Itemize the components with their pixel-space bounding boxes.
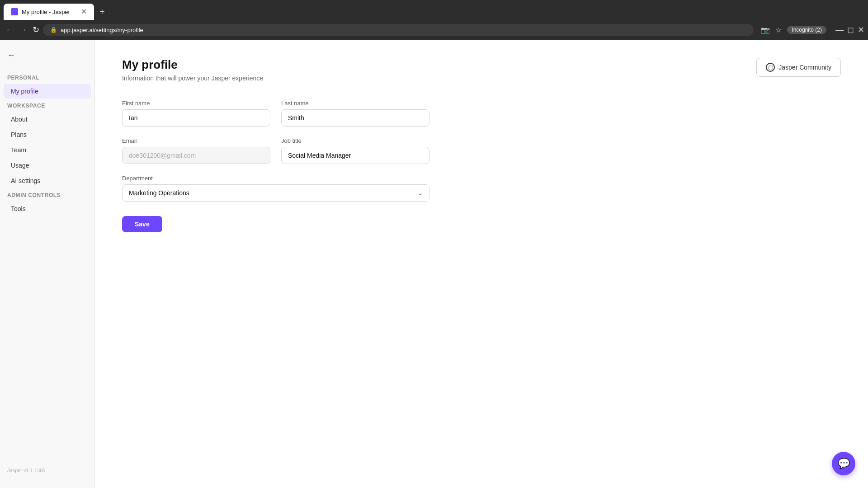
sidebar-item-usage[interactable]: Usage — [4, 158, 91, 173]
sidebar-item-tools[interactable]: Tools — [4, 202, 91, 216]
last-name-label: Last name — [281, 100, 429, 107]
address-bar[interactable]: 🔒 app.jasper.ai/settings/my-profile — [43, 24, 754, 36]
sidebar-item-ai-settings[interactable]: AI settings — [4, 174, 91, 188]
bookmark-icon[interactable]: ☆ — [775, 26, 782, 34]
page-subtitle: Information that will power your Jasper … — [122, 75, 265, 82]
incognito-badge[interactable]: Incognito (2) — [787, 26, 826, 34]
camera-icon[interactable]: 📷 — [761, 26, 770, 34]
window-controls: — ◻ ✕ — [835, 25, 864, 35]
sidebar-item-ai-settings-label: AI settings — [11, 177, 40, 184]
forward-button[interactable]: → — [17, 23, 29, 37]
job-title-group: Job title — [281, 137, 429, 164]
page-title: My profile — [122, 58, 265, 72]
sidebar-personal-label: Personal — [0, 75, 94, 81]
tab-favicon — [11, 8, 18, 15]
reload-button[interactable]: ↻ — [31, 23, 41, 37]
department-group: Department Marketing Operations Sales En… — [122, 175, 429, 202]
sidebar-item-about-label: About — [11, 116, 28, 123]
first-name-label: First name — [122, 100, 270, 107]
department-select-wrapper: Marketing Operations Sales Engineering D… — [122, 184, 429, 202]
tab-title: My profile - Jasper — [22, 9, 77, 15]
sidebar-item-my-profile-label: My profile — [11, 88, 38, 95]
minimize-button[interactable]: — — [835, 25, 844, 35]
version-label: Jasper v1.1.1305 — [7, 468, 45, 473]
chat-bubble-button[interactable]: 💬 — [832, 452, 855, 475]
sidebar-item-team[interactable]: Team — [4, 143, 91, 157]
first-name-group: First name — [122, 100, 270, 127]
email-input[interactable] — [122, 147, 270, 164]
sidebar-item-plans-label: Plans — [11, 131, 27, 138]
sidebar-admin-label: Admin controls — [0, 192, 94, 198]
last-name-group: Last name — [281, 100, 429, 127]
browser-controls: ← → ↻ 🔒 app.jasper.ai/settings/my-profil… — [0, 20, 868, 40]
browser-chrome: My profile - Jasper ✕ + ← → ↻ 🔒 app.jasp… — [0, 0, 868, 40]
back-arrow-icon: ← — [7, 51, 15, 60]
tab-close-button[interactable]: ✕ — [81, 8, 87, 15]
sidebar-item-tools-label: Tools — [11, 205, 26, 212]
tab-bar: My profile - Jasper ✕ + — [0, 0, 868, 20]
community-button-label: Jasper Community — [778, 64, 831, 71]
sidebar-back-button[interactable]: ← — [0, 47, 94, 64]
sidebar: ← Personal My profile Workspace About Pl… — [0, 40, 95, 488]
lock-icon: 🔒 — [50, 27, 57, 33]
email-label: Email — [122, 137, 270, 144]
email-group: Email — [122, 137, 270, 164]
page-header-text: My profile Information that will power y… — [122, 58, 265, 82]
close-window-button[interactable]: ✕ — [858, 25, 864, 35]
back-button[interactable]: ← — [4, 23, 15, 37]
new-tab-button[interactable]: + — [96, 5, 108, 19]
url-text: app.jasper.ai/settings/my-profile — [61, 27, 143, 33]
community-icon: ◯ — [766, 63, 775, 72]
app-layout: ← Personal My profile Workspace About Pl… — [0, 40, 868, 488]
job-title-input[interactable] — [281, 147, 429, 164]
email-job-row: Email Job title — [122, 137, 429, 164]
restore-button[interactable]: ◻ — [847, 25, 854, 35]
name-row: First name Last name — [122, 100, 429, 127]
sidebar-item-usage-label: Usage — [11, 162, 29, 169]
save-button[interactable]: Save — [122, 216, 162, 232]
browser-actions: 📷 ☆ Incognito (2) — [761, 26, 826, 34]
sidebar-item-plans[interactable]: Plans — [4, 127, 91, 142]
active-tab[interactable]: My profile - Jasper ✕ — [4, 4, 94, 20]
first-name-input[interactable] — [122, 109, 270, 127]
sidebar-footer: Jasper v1.1.1305 — [0, 459, 94, 481]
sidebar-workspace-label: Workspace — [0, 103, 94, 109]
department-label: Department — [122, 175, 429, 182]
chat-icon: 💬 — [838, 458, 850, 469]
department-select[interactable]: Marketing Operations Sales Engineering D… — [122, 184, 429, 202]
last-name-input[interactable] — [281, 109, 429, 127]
page-header: My profile Information that will power y… — [122, 58, 841, 82]
sidebar-item-my-profile[interactable]: My profile — [4, 84, 91, 99]
sidebar-item-about[interactable]: About — [4, 112, 91, 127]
form-section: First name Last name Email Job title — [122, 100, 429, 232]
sidebar-item-team-label: Team — [11, 146, 26, 154]
main-content: My profile Information that will power y… — [95, 40, 868, 488]
community-button[interactable]: ◯ Jasper Community — [756, 58, 841, 77]
job-title-label: Job title — [281, 137, 429, 144]
